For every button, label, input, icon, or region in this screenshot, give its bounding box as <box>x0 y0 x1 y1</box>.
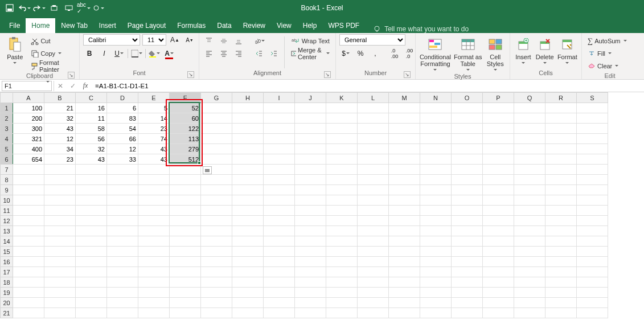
cell-B9[interactable] <box>44 185 76 195</box>
cell-N10[interactable] <box>420 195 452 206</box>
border-button[interactable] <box>130 48 143 59</box>
row-header-14[interactable]: 14 <box>1 236 13 247</box>
cell-C19[interactable] <box>76 288 107 298</box>
cell-D4[interactable]: 66 <box>107 134 138 144</box>
tab-new-tab[interactable]: New Tab <box>55 18 93 33</box>
redo-icon[interactable] <box>33 2 46 14</box>
cell-I5[interactable] <box>264 144 295 154</box>
cell-P21[interactable] <box>483 308 514 318</box>
cell-C2[interactable]: 11 <box>76 113 107 124</box>
cell-P3[interactable] <box>483 124 514 134</box>
cell-R8[interactable] <box>545 175 577 185</box>
cell-H13[interactable] <box>232 226 264 236</box>
cell-P2[interactable] <box>483 113 514 124</box>
cell-S8[interactable] <box>577 175 608 185</box>
cell-A12[interactable] <box>13 216 44 226</box>
cell-N12[interactable] <box>420 216 452 226</box>
cell-A2[interactable]: 200 <box>13 113 44 124</box>
cell-S7[interactable] <box>577 165 608 175</box>
col-header-H[interactable]: H <box>232 93 264 103</box>
col-header-A[interactable]: A <box>13 93 44 103</box>
cell-J14[interactable] <box>295 236 326 247</box>
cell-Q16[interactable] <box>514 257 545 267</box>
col-header-P[interactable]: P <box>483 93 514 103</box>
cell-D17[interactable] <box>107 267 138 277</box>
cell-P12[interactable] <box>483 216 514 226</box>
cell-C1[interactable]: 16 <box>76 103 107 113</box>
cell-P1[interactable] <box>483 103 514 113</box>
cell-L15[interactable] <box>358 247 389 257</box>
device-icon[interactable] <box>63 2 75 14</box>
cell-J12[interactable] <box>295 216 326 226</box>
name-box[interactable]: F1 <box>2 81 52 91</box>
cell-N17[interactable] <box>420 267 452 277</box>
cell-H5[interactable] <box>232 144 264 154</box>
cell-H18[interactable] <box>232 277 264 288</box>
cell-Q18[interactable] <box>514 277 545 288</box>
enter-formula-icon[interactable]: ✓ <box>67 80 79 92</box>
cell-D11[interactable] <box>107 206 138 216</box>
cell-C20[interactable] <box>76 298 107 308</box>
cell-P6[interactable] <box>483 154 514 165</box>
cell-B7[interactable] <box>44 165 76 175</box>
cell-K19[interactable] <box>326 288 358 298</box>
row-header-2[interactable]: 2 <box>1 113 13 124</box>
cell-F12[interactable] <box>170 216 201 226</box>
cell-R7[interactable] <box>545 165 577 175</box>
cell-L3[interactable] <box>358 124 389 134</box>
cell-E19[interactable] <box>138 288 170 298</box>
cell-D21[interactable] <box>107 308 138 318</box>
clear-button[interactable]: Clear <box>585 60 634 72</box>
number-dialog-launcher[interactable] <box>404 71 411 78</box>
cell-Q1[interactable] <box>514 103 545 113</box>
row-header-13[interactable]: 13 <box>1 226 13 236</box>
cell-L10[interactable] <box>358 195 389 206</box>
cell-J6[interactable] <box>295 154 326 165</box>
cell-D9[interactable] <box>107 185 138 195</box>
cell-Q15[interactable] <box>514 247 545 257</box>
cell-K1[interactable] <box>326 103 358 113</box>
cell-G4[interactable] <box>201 134 232 144</box>
cell-J19[interactable] <box>295 288 326 298</box>
cell-F15[interactable] <box>170 247 201 257</box>
cell-F10[interactable] <box>170 195 201 206</box>
col-header-L[interactable]: L <box>358 93 389 103</box>
cell-H15[interactable] <box>232 247 264 257</box>
cell-R18[interactable] <box>545 277 577 288</box>
cell-E3[interactable]: 23 <box>138 124 170 134</box>
cell-L14[interactable] <box>358 236 389 247</box>
tab-insert[interactable]: Insert <box>93 18 122 33</box>
cell-O9[interactable] <box>452 185 483 195</box>
col-header-C[interactable]: C <box>76 93 107 103</box>
col-header-D[interactable]: D <box>107 93 138 103</box>
cell-F18[interactable] <box>170 277 201 288</box>
cell-N7[interactable] <box>420 165 452 175</box>
align-top-button[interactable] <box>203 35 215 47</box>
cell-G14[interactable] <box>201 236 232 247</box>
cell-S20[interactable] <box>577 298 608 308</box>
cell-D2[interactable]: 83 <box>107 113 138 124</box>
cell-J8[interactable] <box>295 175 326 185</box>
tab-home[interactable]: Home <box>26 18 55 33</box>
cell-R4[interactable] <box>545 134 577 144</box>
cell-D10[interactable] <box>107 195 138 206</box>
conditional-formatting-button[interactable]: Conditional Formatting <box>419 34 452 72</box>
cell-Q9[interactable] <box>514 185 545 195</box>
cell-I1[interactable] <box>264 103 295 113</box>
cell-F20[interactable] <box>170 298 201 308</box>
cell-K11[interactable] <box>326 206 358 216</box>
alignment-dialog-launcher[interactable] <box>324 71 331 78</box>
format-painter-button[interactable]: Format Painter <box>28 60 76 72</box>
cell-G15[interactable] <box>201 247 232 257</box>
cell-I10[interactable] <box>264 195 295 206</box>
cell-M10[interactable] <box>389 195 420 206</box>
row-header-10[interactable]: 10 <box>1 195 13 206</box>
cell-G18[interactable] <box>201 277 232 288</box>
cell-R10[interactable] <box>545 195 577 206</box>
insert-cells-button[interactable]: Insert <box>514 34 533 65</box>
cell-D20[interactable] <box>107 298 138 308</box>
cell-R9[interactable] <box>545 185 577 195</box>
cell-J3[interactable] <box>295 124 326 134</box>
cell-N9[interactable] <box>420 185 452 195</box>
cell-E14[interactable] <box>138 236 170 247</box>
